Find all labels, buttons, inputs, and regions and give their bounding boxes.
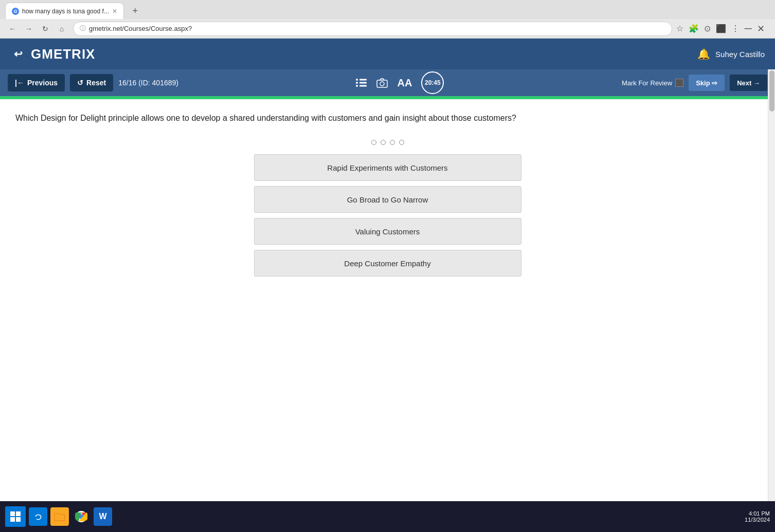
reset-label: Reset [86, 79, 106, 87]
svg-point-7 [380, 82, 384, 86]
question-text: Which Design for Delight principle allow… [15, 112, 760, 124]
svg-rect-5 [359, 85, 367, 87]
forward-button[interactable]: → [22, 22, 36, 36]
chrome-icon[interactable] [72, 507, 91, 526]
toolbar-center: AA 20:45 [184, 71, 617, 94]
folder-icon[interactable] [50, 507, 69, 526]
timer-display: 20:45 [421, 71, 444, 94]
gmetrix-header: ↩ GMETRIX 🔔 Suhey Castillo [0, 39, 775, 69]
svg-point-12 [33, 511, 43, 522]
browser-tab[interactable]: G how many days is tuna good f... ✕ [5, 3, 124, 19]
answer-option-4-label: Deep Customer Empathy [344, 259, 430, 268]
reset-button[interactable]: ↺ Reset [70, 74, 113, 91]
tab-label: how many days is tuna good f... [22, 8, 109, 15]
reload-button[interactable]: ↻ [38, 22, 52, 36]
taskbar-right: 4:01 PM 11/3/2024 [745, 510, 770, 523]
answer-option-1[interactable]: Rapid Experiments with Customers [254, 154, 521, 181]
mark-review-label: Mark For Review [622, 79, 672, 87]
close-browser-button[interactable]: ✕ [757, 23, 765, 34]
skip-label: Skip ⇨ [696, 79, 717, 87]
browser-tabs: G how many days is tuna good f... ✕ + [0, 0, 775, 19]
profile-icon[interactable]: ⊙ [704, 24, 711, 33]
dot-2 [381, 140, 386, 145]
browser-nav-buttons: ← → ↻ ⌂ [5, 22, 69, 36]
svg-point-1 [356, 82, 358, 84]
clock-time: 4:01 PM [749, 510, 770, 517]
svg-rect-11 [16, 517, 21, 522]
answer-option-3-label: Valuing Customers [355, 227, 420, 236]
dot-1 [371, 140, 376, 145]
back-button[interactable]: ← [5, 22, 20, 36]
mark-for-review[interactable]: Mark For Review [622, 79, 683, 87]
start-button[interactable] [5, 506, 26, 527]
cast-icon[interactable]: ⬛ [716, 24, 726, 33]
word-letter: W [99, 512, 106, 521]
svg-rect-4 [359, 82, 367, 84]
camera-icon-button[interactable] [376, 78, 388, 88]
svg-rect-9 [16, 511, 21, 516]
new-tab-button[interactable]: + [126, 3, 145, 19]
dot-4 [399, 140, 404, 145]
previous-icon: |← [15, 79, 24, 87]
site-icon: ⓘ [80, 24, 86, 33]
time-display: 4:01 PM 11/3/2024 [745, 510, 770, 523]
answer-option-2[interactable]: Go Broad to Go Narrow [254, 186, 521, 213]
website-content: ↩ GMETRIX 🔔 Suhey Castillo |← Previous ↺… [0, 39, 775, 501]
question-area: Which Design for Delight principle allow… [0, 99, 775, 135]
logo-text: GMETRIX [31, 46, 95, 62]
answer-option-3[interactable]: Valuing Customers [254, 218, 521, 245]
word-icon[interactable]: W [94, 507, 112, 526]
address-bar[interactable]: ⓘ gmetrix.net/Courses/Course.aspx? [73, 22, 672, 36]
reset-icon: ↺ [77, 79, 83, 87]
answer-option-2-label: Go Broad to Go Narrow [347, 195, 428, 204]
gmetrix-logo: ↩ GMETRIX [10, 46, 95, 62]
answer-option-1-label: Rapid Experiments with Customers [327, 163, 447, 172]
answers-area: Rapid Experiments with Customers Go Broa… [0, 135, 775, 501]
previous-button[interactable]: |← Previous [8, 74, 65, 91]
timer-value: 20:45 [425, 79, 441, 86]
browser-chrome: G how many days is tuna good f... ✕ + ← … [0, 0, 775, 39]
tab-close-icon[interactable]: ✕ [112, 8, 117, 15]
question-toolbar: |← Previous ↺ Reset 16/16 (ID: 401689) [0, 69, 775, 96]
svg-rect-6 [377, 80, 387, 87]
menu-icon[interactable]: ⋮ [731, 24, 740, 33]
aa-icon: AA [397, 77, 412, 89]
svg-rect-3 [359, 79, 367, 81]
skip-button[interactable]: Skip ⇨ [689, 75, 725, 91]
svg-point-0 [356, 79, 358, 81]
mark-review-checkbox[interactable] [675, 79, 683, 87]
toolbar-right: Mark For Review Skip ⇨ Next → [622, 75, 767, 91]
scrollbar-thumb[interactable] [769, 70, 774, 112]
pagination-dots [371, 140, 404, 145]
google-tab-icon: G [12, 8, 19, 15]
svg-point-2 [356, 85, 358, 87]
edge-icon[interactable] [29, 507, 47, 526]
taskbar: W 4:01 PM 11/3/2024 [0, 501, 775, 532]
extension-icon[interactable]: 🧩 [689, 24, 699, 33]
bookmark-icon[interactable]: ☆ [676, 24, 683, 33]
previous-label: Previous [27, 79, 58, 87]
minimize-button[interactable]: ─ [745, 23, 752, 34]
browser-toolbar: ← → ↻ ⌂ ⓘ gmetrix.net/Courses/Course.asp… [0, 19, 775, 39]
next-label: Next → [737, 79, 760, 87]
scrollbar[interactable] [768, 69, 775, 501]
home-button[interactable]: ⌂ [55, 22, 69, 36]
notification-bell-icon[interactable]: 🔔 [697, 48, 710, 60]
header-right: 🔔 Suhey Castillo [697, 48, 765, 60]
user-name: Suhey Castillo [715, 50, 765, 59]
svg-rect-8 [10, 511, 15, 516]
answer-option-4[interactable]: Deep Customer Empathy [254, 250, 521, 277]
question-id: 16/16 (ID: 401689) [118, 79, 178, 87]
answer-options: Rapid Experiments with Customers Go Broa… [254, 154, 521, 277]
svg-rect-10 [10, 517, 15, 522]
font-size-button[interactable]: AA [397, 77, 412, 89]
next-button[interactable]: Next → [730, 75, 767, 91]
browser-action-icons: ☆ 🧩 ⊙ ⬛ ⋮ ─ ✕ [676, 23, 770, 34]
logo-arrow-icon: ↩ [10, 46, 27, 62]
clock-date: 11/3/2024 [745, 517, 770, 523]
dot-3 [390, 140, 395, 145]
list-icon-button[interactable] [356, 78, 367, 87]
url-text: gmetrix.net/Courses/Course.aspx? [89, 25, 192, 32]
